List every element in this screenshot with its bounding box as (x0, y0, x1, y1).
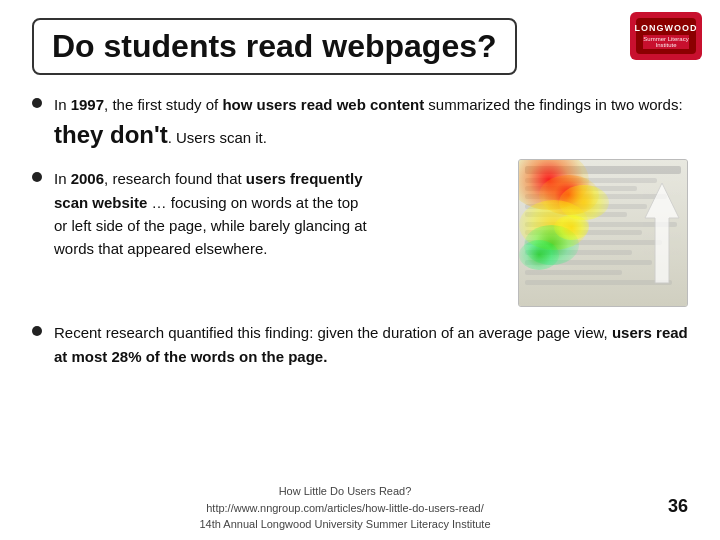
bullet-item-3: Recent research quantified this finding:… (32, 321, 688, 368)
heatmap-canvas (519, 160, 687, 306)
bullet-text-3: Recent research quantified this finding:… (54, 321, 688, 368)
bold-phrase-3: users read at most 28% of the words on t… (54, 324, 688, 364)
bullet2-left-text: In 2006, research found that users frequ… (54, 167, 518, 260)
bullet-item-1: In 1997, the first study of how users re… (32, 93, 688, 153)
page-number: 36 (658, 496, 688, 517)
year-2006: 2006 (71, 170, 104, 187)
slide-title-box: Do students read webpages? (32, 18, 517, 75)
svg-marker-0 (645, 183, 679, 283)
citation-line2: http://www.nngroup.com/articles/how-litt… (206, 502, 484, 514)
bullet2-row: In 2006, research found that users frequ… (54, 167, 688, 307)
footer-area: How Little Do Users Read? http://www.nng… (32, 483, 688, 530)
heat-spot-6 (519, 240, 559, 270)
slide-title: Do students read webpages? (52, 28, 497, 65)
arrow-indicator (643, 178, 681, 288)
heatmap-image (518, 159, 688, 307)
bullet-item-2: In 2006, research found that users frequ… (32, 167, 688, 307)
bold-phrase-1: how users read web content (222, 96, 424, 113)
bullet-dot-1 (32, 98, 42, 108)
bullet-dot-2 (32, 172, 42, 182)
bullet-dot-3 (32, 326, 42, 336)
slide-container: LONGWOOD Summer LiteracyInstitute Do stu… (0, 0, 720, 540)
footer-citation: How Little Do Users Read? http://www.nng… (32, 483, 658, 516)
year-1997: 1997 (71, 96, 104, 113)
citation-line1: How Little Do Users Read? (279, 485, 412, 497)
big-phrase: they don't (54, 121, 168, 148)
logo: LONGWOOD Summer LiteracyInstitute (630, 12, 702, 60)
bullet-text-2: In 2006, research found that users frequ… (54, 167, 510, 260)
footer-institute: 14th Annual Longwood University Summer L… (32, 518, 658, 530)
bullet-text-1: In 1997, the first study of how users re… (54, 93, 688, 153)
